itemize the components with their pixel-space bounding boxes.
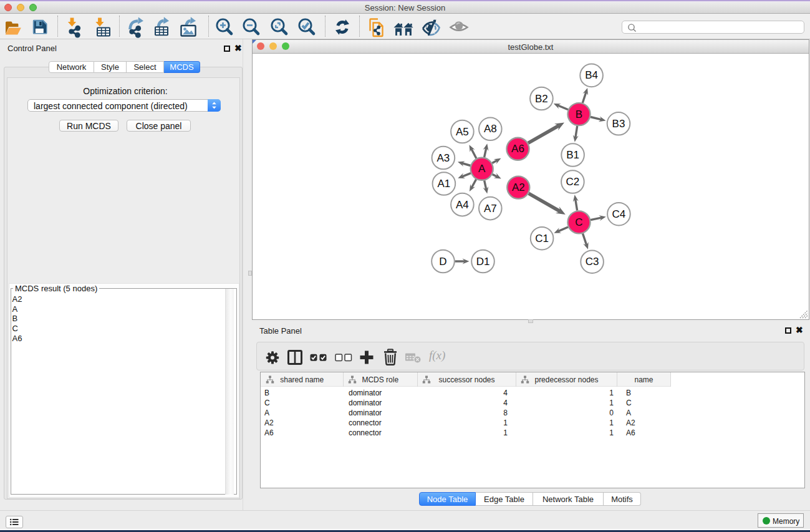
svg-text:B1: B1 xyxy=(566,149,579,161)
svg-text:A7: A7 xyxy=(484,203,497,215)
svg-text:B4: B4 xyxy=(585,69,598,81)
svg-text:C2: C2 xyxy=(566,176,580,188)
svg-text:C: C xyxy=(575,216,582,228)
svg-text:A5: A5 xyxy=(456,126,469,138)
svg-text:B3: B3 xyxy=(612,118,625,130)
svg-text:C3: C3 xyxy=(586,256,599,268)
svg-text:A1: A1 xyxy=(438,178,451,190)
svg-text:A3: A3 xyxy=(437,152,450,164)
svg-text:D1: D1 xyxy=(476,256,490,268)
svg-text:D: D xyxy=(439,256,446,268)
svg-text:A6: A6 xyxy=(511,143,524,155)
svg-text:C1: C1 xyxy=(535,233,549,244)
svg-text:A2: A2 xyxy=(512,181,525,193)
svg-text:A: A xyxy=(478,163,486,175)
svg-text:A8: A8 xyxy=(484,123,497,135)
svg-text:C4: C4 xyxy=(612,208,626,220)
svg-text:B: B xyxy=(576,109,582,120)
svg-text:B2: B2 xyxy=(535,93,548,105)
svg-text:A4: A4 xyxy=(456,199,469,211)
